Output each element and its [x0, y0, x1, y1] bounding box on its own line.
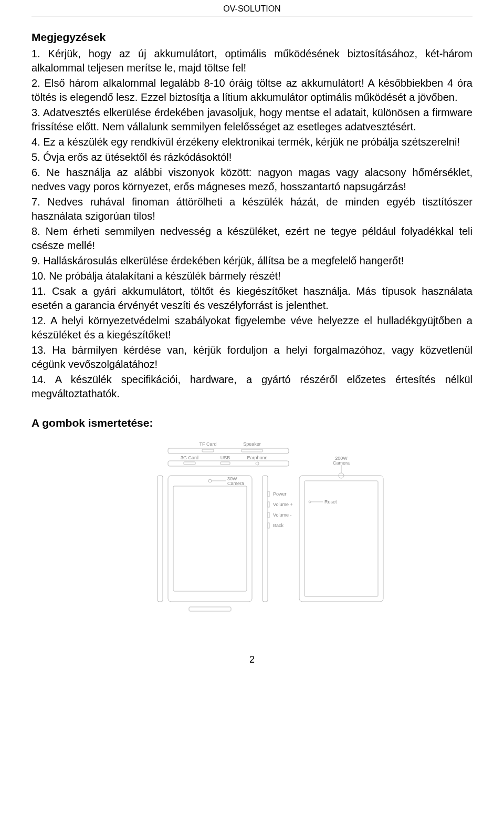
list-item: 11. Csak a gyári akkumulátort, töltőt és… [32, 284, 472, 313]
label-volume-plus: Volume + [273, 502, 293, 507]
list-item: 5. Óvja erős az ütésektől és rázkódásokt… [32, 150, 472, 164]
svg-rect-0 [168, 448, 289, 454]
svg-rect-8 [168, 476, 252, 602]
device-diagram-svg: .ln { stroke:#bbb; stroke-width:1; fill:… [116, 439, 388, 633]
svg-rect-14 [268, 491, 269, 497]
buttons-section-title: A gombok ismertetése: [32, 417, 472, 429]
list-item: 3. Adatvesztés elkerülése érdekében java… [32, 106, 472, 134]
page-number: 2 [32, 654, 472, 665]
label-tf-card: TF Card [199, 441, 216, 447]
label-200w-camera-2: Camera [333, 460, 350, 466]
list-item: 13. Ha bármilyen kérdése van, kérjük for… [32, 343, 472, 372]
svg-rect-15 [268, 502, 269, 507]
list-item: 4. Ez a készülék egy rendkívül érzékeny … [32, 135, 472, 149]
svg-rect-7 [158, 476, 163, 602]
list-item: 12. A helyi környezetvédelmi szabályokat… [32, 314, 472, 342]
list-item: 14. A készülék specifikációi, hardware, … [32, 373, 472, 401]
svg-rect-12 [189, 607, 231, 611]
list-item: 1. Kérjük, hogy az új akkumulátort, opti… [32, 47, 472, 75]
list-item: 8. Nem érheti semmilyen nedvesség a kész… [32, 224, 472, 253]
list-item: 6. Ne használja az alábbi viszonyok közö… [32, 166, 472, 194]
label-back: Back [273, 523, 284, 528]
svg-rect-17 [268, 523, 269, 528]
label-3g-card: 3G Card [181, 455, 198, 460]
label-reset: Reset [324, 499, 337, 504]
label-earphone: Earphone [247, 455, 267, 460]
svg-rect-13 [262, 476, 268, 602]
label-power: Power [273, 491, 287, 497]
list-item: 2. Első három alkalommal legalább 8-10 ó… [32, 76, 472, 105]
label-volume-minus: Volume - [273, 512, 292, 518]
svg-rect-18 [299, 476, 383, 602]
notes-list: 1. Kérjük, hogy az új akkumulátort, opti… [32, 47, 472, 401]
svg-rect-16 [268, 512, 269, 518]
notes-title: Megjegyzések [32, 31, 472, 44]
list-item: 9. Halláskárosulás elkerülése érdekében … [32, 254, 472, 268]
page-header: OV-SOLUTION [32, 0, 472, 16]
label-30w-camera-2: Camera [227, 481, 244, 486]
list-item: 7. Nedves ruhával finoman áttörölheti a … [32, 195, 472, 223]
list-item: 10. Ne próbálja átalakítani a készülék b… [32, 269, 472, 283]
device-diagram: .ln { stroke:#bbb; stroke-width:1; fill:… [32, 439, 472, 633]
label-usb: USB [220, 455, 230, 460]
label-speaker: Speaker [243, 441, 261, 447]
